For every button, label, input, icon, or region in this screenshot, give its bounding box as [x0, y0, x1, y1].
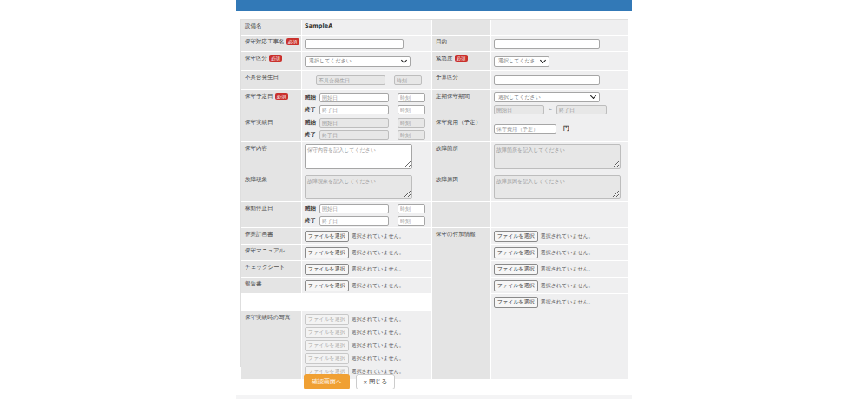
maintenance-form: 設備名 SampleA 保守対応工事名必須 目的 保守区分必須 選択してください…	[240, 19, 628, 367]
periodic-cell: 選択してください ～	[491, 90, 628, 117]
required-badge: 必須	[455, 55, 468, 62]
row-downtime: 稼動停止日 開始 終了	[241, 202, 627, 228]
checksheet-cell: ファイルを選択選択されていません。	[302, 261, 432, 278]
content-label: 保守内容	[241, 142, 302, 173]
row-manual: 保守マニュアル ファイルを選択選択されていません。	[241, 245, 432, 261]
category-select[interactable]: 選択してください	[305, 56, 411, 67]
downtime-start-date-input[interactable]	[319, 204, 389, 213]
empty-field-cell	[491, 311, 628, 380]
plan-doc-file-button[interactable]: ファイルを選択	[305, 231, 349, 242]
failure-time-input	[394, 75, 422, 85]
panel-header-bar	[236, 0, 632, 11]
budget-label: 予算区分	[432, 71, 491, 90]
required-badge: 必須	[269, 55, 282, 62]
planned-end-time-input[interactable]	[398, 105, 425, 114]
photo-file-row: ファイルを選択選択されていません。	[305, 327, 404, 338]
confirm-button[interactable]: 確認画面へ	[304, 374, 350, 389]
downtime-cell: 開始 終了	[302, 202, 432, 228]
row-failure-budget: 不具合発生日 予算区分	[241, 71, 627, 90]
urgency-cell: 選択してくださ	[491, 52, 628, 71]
manual-file-button[interactable]: ファイルを選択	[305, 247, 349, 258]
empty-label-cell	[432, 311, 491, 380]
equipment-value-cell: SampleA	[302, 20, 432, 36]
photo-file-button-1: ファイルを選択	[305, 314, 349, 325]
close-button[interactable]: ✕閉じる	[356, 374, 394, 389]
content-textarea[interactable]	[305, 144, 412, 169]
budget-input[interactable]	[494, 75, 600, 85]
planned-start-date-input[interactable]	[319, 93, 389, 102]
extra-file-row: ファイルを選択選択されていません。	[491, 294, 628, 311]
files-right-column: 保守の付加情報 ファイルを選択選択されていません。 ファイルを選択選択されていま…	[432, 228, 628, 311]
chevron-down-icon	[590, 93, 596, 99]
empty-field-cell	[491, 202, 628, 228]
planned-date-cell: 開始 終了	[302, 90, 432, 117]
cost-label: 保守費用（予定）	[432, 116, 491, 142]
periodic-select[interactable]: 選択してください	[494, 92, 600, 102]
fault-cause-textarea	[494, 175, 621, 199]
row-actual-cost: 保守実績日 開始 終了 保守費用（予定） 円	[241, 116, 627, 142]
manual-label: 保守マニュアル	[241, 245, 302, 261]
extra-file-button-5[interactable]: ファイルを選択	[494, 297, 538, 308]
extra-file-row: ファイルを選択選択されていません。	[491, 245, 628, 261]
photo-file-row: ファイルを選択選択されていません。	[305, 314, 404, 325]
planned-end-date-input[interactable]	[319, 105, 389, 114]
photo-file-row: ファイルを選択選択されていません。	[305, 353, 404, 364]
fault-cause-cell	[491, 173, 628, 202]
row-plan-doc: 作業計画書 ファイルを選択選択されていません。	[241, 228, 432, 245]
extra-file-button-1[interactable]: ファイルを選択	[494, 231, 538, 242]
downtime-end-date-input[interactable]	[319, 216, 389, 226]
required-badge: 必須	[286, 38, 299, 45]
purpose-input[interactable]	[494, 39, 600, 49]
periodic-end-input	[556, 105, 607, 114]
report-cell: ファイルを選択選択されていません。	[302, 278, 432, 294]
row-content-location: 保守内容 故障箇所	[241, 142, 627, 173]
failure-date-input	[316, 75, 385, 85]
failure-date-label: 不具合発生日	[241, 71, 302, 90]
actual-end-time-input	[398, 130, 425, 140]
row-report: 報告書 ファイルを選択選択されていません。	[241, 278, 432, 294]
extra-file-button-4[interactable]: ファイルを選択	[494, 280, 538, 291]
extra-info-file-list: ファイルを選択選択されていません。 ファイルを選択選択されていません。 ファイル…	[491, 228, 628, 311]
close-icon: ✕	[363, 379, 367, 385]
purpose-label: 目的	[432, 36, 491, 52]
work-name-label: 保守対応工事名必須	[241, 36, 302, 52]
downtime-label: 稼動停止日	[241, 202, 302, 228]
actual-end-date-input	[319, 130, 389, 140]
actual-date-cell: 開始 終了	[302, 116, 432, 142]
category-label: 保守区分必須	[241, 52, 302, 71]
fault-location-cell	[491, 142, 628, 173]
report-label: 報告書	[241, 278, 302, 294]
work-name-input[interactable]	[305, 39, 404, 49]
periodic-start-input	[494, 105, 544, 114]
content-cell	[302, 142, 432, 173]
empty-field-cell	[491, 20, 628, 36]
urgency-select[interactable]: 選択してくださ	[494, 56, 549, 67]
required-badge: 必須	[275, 93, 288, 100]
budget-cell	[491, 71, 628, 90]
checksheet-file-button[interactable]: ファイルを選択	[305, 264, 349, 275]
row-checksheet: チェックシート ファイルを選択選択されていません。	[241, 261, 432, 278]
extra-file-button-2[interactable]: ファイルを選択	[494, 247, 538, 258]
extra-file-row: ファイルを選択選択されていません。	[491, 228, 628, 245]
row-symptom-cause: 故障現象 故障原因	[241, 173, 627, 202]
urgency-label: 緊急度必須	[432, 52, 491, 71]
row-planned-periodic: 保守予定日必須 開始 終了 定期保守期間 選択してください ～	[241, 90, 627, 116]
extra-file-button-3[interactable]: ファイルを選択	[494, 264, 538, 275]
downtime-end-time-input[interactable]	[398, 216, 425, 226]
report-file-button[interactable]: ファイルを選択	[305, 280, 349, 291]
actual-date-label: 保守実績日	[241, 116, 302, 142]
chevron-down-icon	[401, 56, 407, 62]
fault-location-textarea	[494, 144, 621, 169]
maintenance-form-panel: 設備名 SampleA 保守対応工事名必須 目的 保守区分必須 選択してください…	[236, 0, 632, 399]
cost-input[interactable]	[494, 124, 556, 134]
fault-location-label: 故障箇所	[432, 142, 491, 173]
photo-file-button-4: ファイルを選択	[305, 353, 349, 364]
yen-unit: 円	[563, 125, 569, 133]
equipment-label: 設備名	[241, 20, 302, 36]
panel-footer-strip	[236, 395, 632, 399]
fault-cause-label: 故障原因	[432, 173, 491, 202]
planned-start-time-input[interactable]	[398, 93, 425, 102]
downtime-start-time-input[interactable]	[398, 204, 425, 213]
failure-date-cell	[302, 71, 432, 90]
checksheet-label: チェックシート	[241, 261, 302, 278]
